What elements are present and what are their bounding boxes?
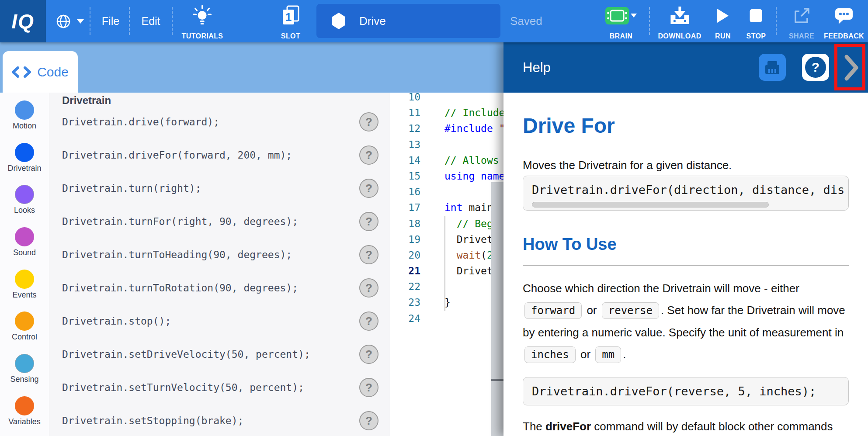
editor-line[interactable]: 15using name [390,168,503,184]
command-help-button[interactable]: ? [359,145,378,165]
sidebar-item-looks[interactable]: Looks [0,185,49,215]
line-number: 15 [390,168,424,184]
editor-line[interactable]: 11// Include [390,105,503,121]
share-label: SHARE [789,32,814,40]
command-code-text[interactable]: Drivetrain.turnToRotation(90, degrees); [62,278,298,298]
editor-scrollbar[interactable] [491,182,503,436]
command-row: Drivetrain.turnFor(right, 90, degrees);? [49,212,390,231]
inline-code-chip: forward [524,302,582,319]
sidebar-item-drivetrain[interactable]: Drivetrain [0,143,49,173]
example-code-box: Drivetrain.driveFor(reverse, 5, inches); [523,377,849,405]
editor-line[interactable]: 17int main() [390,200,503,215]
usage-paragraph: Choose which direction the Drivetrain wi… [523,277,849,366]
line-code [424,279,444,294]
line-number: 19 [390,232,424,247]
share-button[interactable]: SHARE [789,4,814,40]
command-row: Drivetrain.turnToRotation(90, degrees);? [49,278,390,298]
editor-line[interactable]: 21 Drivetra [390,263,503,279]
help-panel: Help ? Drive For Moves th [503,42,868,436]
command-help-button[interactable]: ? [359,411,378,430]
command-code-text[interactable]: Drivetrain.setStopping(brake); [62,411,243,430]
slot-button[interactable]: 1 SLOT [281,4,301,40]
text-editor[interactable]: 1011// Include12#include "1314// Allows … [390,93,503,436]
sidebar-item-events[interactable]: Events [0,270,49,300]
line-code [424,137,444,152]
editor-line[interactable]: 12#include " [390,121,503,136]
horizontal-scrollbar-thumb[interactable] [532,202,769,208]
download-button[interactable]: DOWNLOAD [658,4,701,40]
line-number: 17 [390,200,424,215]
sidebar-item-variables[interactable]: Variables [0,396,49,426]
bold-command-name: driveFor [545,420,591,433]
motion-category-icon [15,100,34,120]
feedback-icon [834,4,854,27]
sidebar-item-sensing[interactable]: Sensing [0,354,49,384]
command-help-button[interactable]: ? [359,245,378,264]
help-info-button[interactable]: ? [802,54,829,81]
brain-button[interactable]: BRAIN [605,4,637,40]
command-code-text[interactable]: Drivetrain.drive(forward); [62,112,219,131]
file-menu[interactable]: File [102,0,119,42]
example-text: Drivetrain.driveFor(reverse, 5, inches); [532,384,816,398]
command-help-button[interactable]: ? [359,212,378,231]
command-help-button[interactable]: ? [359,112,378,131]
command-code-text[interactable]: Drivetrain.turnToHeading(90, degrees); [62,245,292,264]
looks-category-icon [15,185,34,204]
editor-line[interactable]: 22 [390,279,503,294]
stop-button[interactable]: STOP [746,4,766,40]
code-tab-label: Code [37,65,69,80]
editor-line[interactable]: 13 [390,137,503,152]
brain-port-button[interactable] [759,54,786,81]
command-help-button[interactable]: ? [359,345,378,364]
tab-code[interactable]: Code [3,51,78,93]
editor-line[interactable]: 19 Drivetra [390,232,503,247]
run-button[interactable]: RUN [715,4,731,40]
play-icon [716,4,729,27]
sidebar-item-control[interactable]: Control [0,311,49,342]
variables-category-icon [15,396,34,415]
line-number: 10 [390,93,424,105]
collapse-panel-button[interactable] [838,50,865,85]
command-code-text[interactable]: Drivetrain.stop(); [62,311,171,331]
editor-line[interactable]: 18 // Begin [390,216,503,232]
editor-line[interactable]: 16 [390,184,503,200]
editor-line[interactable]: 20 wait(2,s [390,247,503,263]
command-help-button[interactable]: ? [359,378,378,397]
editor-line[interactable]: 23} [390,294,503,310]
sidebar-item-sound[interactable]: Sound [0,227,49,257]
editor-line[interactable]: 10 [390,93,503,105]
project-name-button[interactable]: Drive [316,4,500,38]
line-code: } [424,294,451,310]
feedback-button[interactable]: FEEDBACK [824,4,864,40]
sidebar-item-label: Looks [14,206,35,215]
command-code-text[interactable]: Drivetrain.turn(right); [62,179,201,198]
control-category-icon [15,311,34,331]
command-row: Drivetrain.drive(forward);? [49,112,390,131]
sidebar-item-label: Control [12,332,37,342]
slot-label: SLOT [281,32,300,40]
sidebar-item-label: Sensing [10,375,38,384]
edit-menu-label: Edit [141,15,160,28]
command-code-text[interactable]: Drivetrain.turnFor(right, 90, degrees); [62,212,298,231]
command-code-text[interactable]: Drivetrain.driveFor(forward, 200, mm); [62,145,292,165]
editor-line[interactable]: 24 [390,311,503,326]
inline-code-chip: reverse [602,302,659,319]
command-row: Drivetrain.turnToHeading(90, degrees);? [49,245,390,264]
question-mark-glyph: ? [812,60,819,75]
command-help-button[interactable]: ? [359,278,378,298]
line-number: 14 [390,152,424,168]
chevron-down-icon [77,19,84,24]
command-help-button[interactable]: ? [359,179,378,198]
edit-menu[interactable]: Edit [141,0,160,42]
command-code-text[interactable]: Drivetrain.setTurnVelocity(50, percent); [62,378,304,397]
sidebar-item-motion[interactable]: Motion [0,100,49,131]
language-menu-button[interactable] [55,0,84,42]
tutorials-button[interactable]: TUTORIALS [182,4,223,40]
command-code-text[interactable]: Drivetrain.setDriveVelocity(50, percent)… [62,345,310,364]
command-help-button[interactable]: ? [359,311,378,331]
signature-text: Drivetrain.driveFor(direction, distance,… [532,183,844,197]
toolbar-divider [90,7,90,35]
download-label: DOWNLOAD [658,32,701,40]
category-sidebar: MotionDrivetrainLooksSoundEventsControlS… [0,93,49,436]
editor-line[interactable]: 14// Allows [390,152,503,168]
